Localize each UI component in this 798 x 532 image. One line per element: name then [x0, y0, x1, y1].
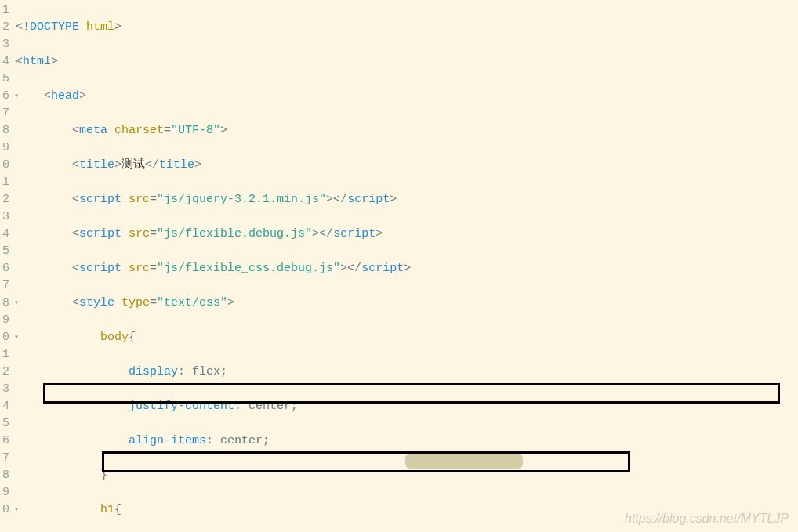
line-number: 2: [2, 364, 9, 381]
line-number: 3: [2, 36, 9, 53]
code-line[interactable]: justify-content: center;: [14, 398, 798, 415]
line-number: 7: [2, 277, 9, 295]
code-line[interactable]: <!DOCTYPE html>: [14, 19, 798, 36]
code-line[interactable]: align-items: center;: [14, 432, 798, 450]
code-line[interactable]: ▾ <head>: [14, 88, 798, 105]
line-number: 1: [2, 174, 9, 191]
line-number-gutter: 1 2 3 4 5 6 7 8 9 0 1 2 3 4 5 6 7 8 9 0 …: [0, 0, 14, 532]
line-number: 8: [2, 295, 9, 312]
line-number: 8: [2, 122, 9, 139]
line-number: 3: [2, 381, 9, 398]
code-editor[interactable]: 1 2 3 4 5 6 7 8 9 0 1 2 3 4 5 6 7 8 9 0 …: [0, 0, 798, 532]
code-line[interactable]: <script src="js/flexible.debug.js"></scr…: [14, 226, 798, 243]
code-line[interactable]: ▾ <style type="text/css">: [14, 295, 798, 312]
code-line[interactable]: <title>测试</title>: [14, 157, 798, 174]
line-number: 1: [2, 346, 9, 364]
line-number: 8: [2, 467, 9, 484]
line-number: 4: [2, 53, 9, 71]
line-number: 6: [2, 88, 9, 105]
code-line[interactable]: <script src="js/jquery-3.2.1.min.js"></s…: [14, 191, 798, 208]
line-number: 6: [2, 260, 9, 277]
line-number: 7: [2, 105, 9, 122]
line-number: 2: [2, 191, 9, 208]
fold-icon[interactable]: ▾: [13, 329, 20, 346]
code-area[interactable]: <!DOCTYPE html> ▾<html> ▾ <head> <meta c…: [14, 0, 798, 532]
line-number: 5: [2, 415, 9, 432]
code-line[interactable]: display: flex;: [14, 364, 798, 381]
line-number: 3: [2, 208, 9, 226]
line-number: 9: [2, 139, 9, 157]
fold-icon[interactable]: ▾: [13, 501, 20, 519]
code-line[interactable]: <meta charset="UTF-8">: [14, 122, 798, 139]
line-number: 4: [2, 226, 9, 243]
fold-icon[interactable]: ▾: [13, 295, 20, 312]
line-number: 1: [2, 2, 9, 19]
line-number: 5: [2, 71, 9, 88]
line-number: 5: [2, 243, 9, 260]
line-number: 9: [2, 484, 9, 501]
fold-icon[interactable]: ▾: [13, 53, 20, 71]
line-number: 0: [2, 501, 9, 519]
code-line[interactable]: }: [14, 467, 798, 484]
code-line[interactable]: ▾ body{: [14, 329, 798, 346]
fold-icon[interactable]: ▾: [13, 88, 20, 105]
code-line[interactable]: <script src="js/flexible_css.debug.js"><…: [14, 260, 798, 277]
line-number: 7: [2, 450, 9, 467]
code-line[interactable]: ▾<html>: [14, 53, 798, 71]
line-number: 6: [2, 432, 9, 450]
line-number: 9: [2, 312, 9, 329]
line-number: 4: [2, 398, 9, 415]
watermark-text: https://blog.csdn.net/MYTLJP: [625, 512, 789, 526]
line-number: 2: [2, 19, 9, 36]
line-number: 0: [2, 329, 9, 346]
line-number: 0: [2, 157, 9, 174]
